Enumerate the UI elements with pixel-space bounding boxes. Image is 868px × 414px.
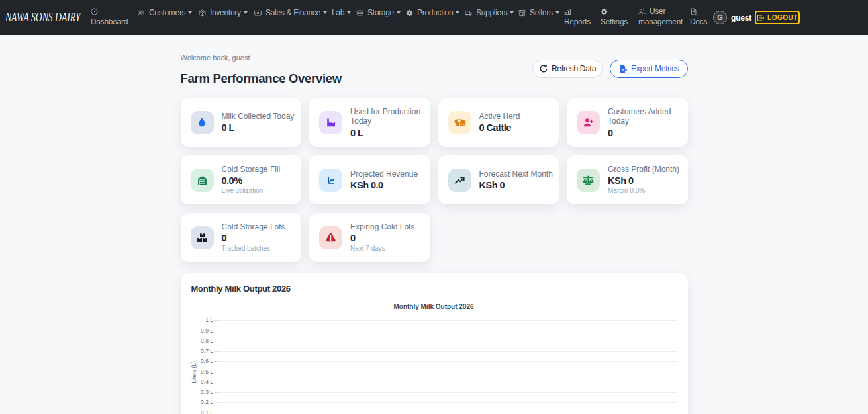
svg-text:0.8 L: 0.8 L (201, 337, 213, 344)
svg-text:0.4 L: 0.4 L (201, 378, 213, 385)
svg-text:0.5 L: 0.5 L (201, 368, 213, 375)
svg-text:Liters (L): Liters (L) (191, 361, 197, 384)
svg-text:0.3 L: 0.3 L (201, 389, 213, 395)
svg-text:0.9 L: 0.9 L (201, 327, 213, 334)
svg-text:Monthly Milk Output 2026: Monthly Milk Output 2026 (393, 303, 474, 310)
svg-text:0.1 L: 0.1 L (201, 409, 213, 414)
svg-text:1 L: 1 L (205, 317, 213, 323)
svg-text:0.7 L: 0.7 L (201, 348, 213, 354)
svg-text:0.6 L: 0.6 L (201, 358, 213, 364)
svg-text:0.2 L: 0.2 L (201, 399, 213, 405)
